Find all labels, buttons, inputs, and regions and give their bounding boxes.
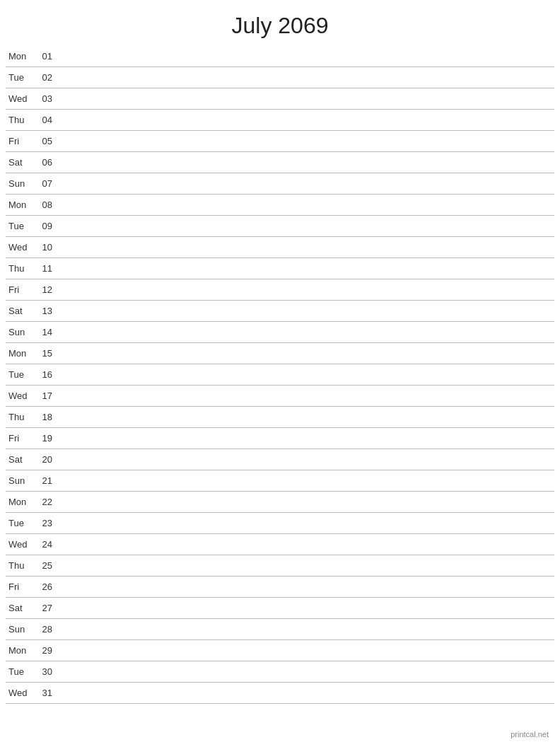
day-line	[59, 608, 554, 608]
day-line	[59, 693, 554, 693]
day-name: Fri	[6, 284, 33, 295]
day-name: Sat	[6, 454, 33, 465]
day-line	[59, 226, 554, 226]
day-name: Thu	[6, 412, 33, 422]
day-row: Thu18	[6, 407, 554, 428]
day-name: Thu	[6, 115, 33, 125]
day-number: 23	[33, 518, 52, 528]
day-line	[59, 120, 554, 120]
day-name: Tue	[6, 72, 33, 83]
day-line	[59, 671, 554, 672]
day-row: Sat06	[6, 152, 554, 173]
day-line	[59, 459, 554, 460]
day-number: 16	[33, 369, 52, 380]
day-line	[59, 204, 554, 205]
day-line	[59, 480, 554, 481]
day-name: Sun	[6, 178, 33, 189]
day-name: Sun	[6, 475, 33, 486]
day-line	[59, 77, 554, 78]
day-name: Wed	[6, 688, 33, 698]
day-row: Wed17	[6, 386, 554, 407]
day-name: Fri	[6, 581, 33, 592]
day-row: Wed10	[6, 237, 554, 258]
day-name: Wed	[6, 390, 33, 401]
day-line	[59, 417, 554, 417]
day-line	[59, 629, 554, 630]
day-row: Sun28	[6, 619, 554, 640]
day-number: 29	[33, 645, 52, 656]
day-name: Tue	[6, 666, 33, 677]
day-name: Mon	[6, 51, 33, 62]
day-row: Wed03	[6, 88, 554, 110]
day-row: Tue02	[6, 67, 554, 88]
day-line	[59, 650, 554, 651]
day-name: Tue	[6, 369, 33, 380]
day-row: Mon01	[6, 46, 554, 67]
day-name: Sat	[6, 306, 33, 316]
day-row: Fri12	[6, 279, 554, 301]
day-name: Fri	[6, 433, 33, 444]
day-line	[59, 438, 554, 439]
day-name: Thu	[6, 560, 33, 571]
day-name: Wed	[6, 539, 33, 550]
day-number: 26	[33, 581, 52, 592]
day-number: 15	[33, 348, 52, 359]
day-line	[59, 183, 554, 184]
day-number: 30	[33, 666, 52, 677]
day-line	[59, 523, 554, 523]
day-number: 13	[33, 306, 52, 316]
day-row: Tue23	[6, 513, 554, 534]
day-number: 17	[33, 390, 52, 401]
day-row: Sat13	[6, 301, 554, 322]
day-row: Wed24	[6, 534, 554, 555]
day-line	[59, 268, 554, 269]
day-row: Sun21	[6, 470, 554, 492]
day-line	[59, 395, 554, 396]
page-title: July 2069	[0, 0, 560, 46]
day-number: 24	[33, 539, 52, 550]
day-name: Thu	[6, 263, 33, 274]
day-row: Mon08	[6, 195, 554, 216]
day-number: 12	[33, 284, 52, 295]
day-number: 08	[33, 199, 52, 210]
day-number: 09	[33, 221, 52, 231]
day-number: 31	[33, 688, 52, 698]
day-number: 19	[33, 433, 52, 444]
day-name: Mon	[6, 348, 33, 359]
day-number: 27	[33, 603, 52, 613]
day-number: 05	[33, 136, 52, 146]
day-row: Sun07	[6, 173, 554, 195]
day-name: Tue	[6, 518, 33, 528]
day-number: 01	[33, 51, 52, 62]
day-name: Mon	[6, 199, 33, 210]
calendar-grid: Mon01Tue02Wed03Thu04Fri05Sat06Sun07Mon08…	[0, 46, 560, 704]
day-line	[59, 374, 554, 375]
day-row: Fri19	[6, 428, 554, 449]
day-row: Thu25	[6, 555, 554, 577]
day-row: Mon29	[6, 640, 554, 661]
day-line	[59, 544, 554, 545]
day-name: Sun	[6, 327, 33, 337]
day-line	[59, 56, 554, 57]
footer-text: printcal.net	[511, 730, 549, 739]
day-number: 11	[33, 263, 52, 274]
day-row: Fri05	[6, 131, 554, 152]
day-number: 22	[33, 497, 52, 507]
day-line	[59, 332, 554, 332]
day-row: Wed31	[6, 683, 554, 704]
day-row: Tue09	[6, 216, 554, 237]
day-line	[59, 502, 554, 502]
day-name: Wed	[6, 242, 33, 253]
day-name: Mon	[6, 497, 33, 507]
day-number: 03	[33, 93, 52, 104]
day-number: 04	[33, 115, 52, 125]
day-name: Mon	[6, 645, 33, 656]
day-number: 14	[33, 327, 52, 337]
day-row: Thu04	[6, 110, 554, 131]
day-name: Fri	[6, 136, 33, 146]
day-row: Tue16	[6, 364, 554, 386]
day-name: Tue	[6, 221, 33, 231]
day-row: Fri26	[6, 577, 554, 598]
day-line	[59, 311, 554, 311]
day-name: Wed	[6, 93, 33, 104]
